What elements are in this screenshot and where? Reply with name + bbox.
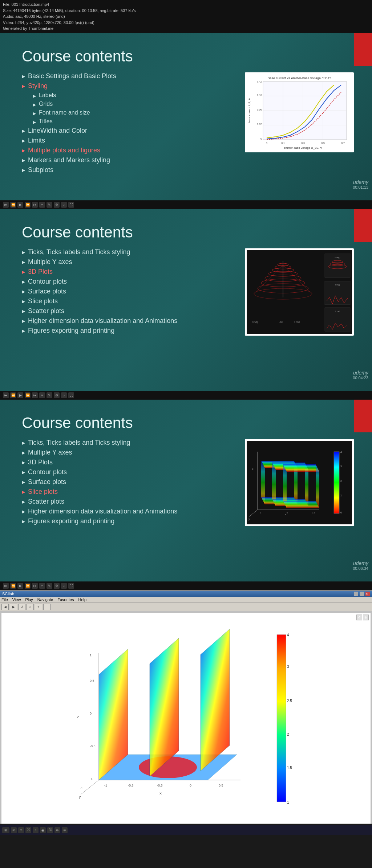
list-item-highlight: ▶ 3D Plots	[22, 268, 238, 276]
svg-text:0.02: 0.02	[257, 123, 262, 125]
udemy-badge-3: udemy 00:06:34	[353, 560, 368, 571]
file-info-bar: File: 001 Introduction.mp4 Size: 4419041…	[0, 0, 372, 33]
file-info-line2: Size: 44190416 bytes (42.14 MiB), durati…	[3, 8, 369, 14]
taskbar-btn-4[interactable]: ☆	[33, 827, 39, 833]
taskbar-btn-1[interactable]: ②	[11, 827, 17, 833]
list-item: ▶ Scatter plots	[22, 307, 238, 315]
arrow-icon: ▶	[22, 299, 25, 304]
pause-button[interactable]: ▶	[17, 583, 23, 589]
item-label: 3D Plots	[28, 459, 53, 466]
maximize-button[interactable]: □	[360, 592, 364, 596]
controls-bar-2[interactable]: ⏮ ⏪ ▶ ⏩ ⏭ ✂ ✎ ⚙ ♪ ⛶	[0, 391, 372, 400]
sub-list-styling: ▶ Labels ▶ Grids ▶ Font name and size ▶ …	[22, 92, 238, 125]
slide-3-list: ▶ Ticks, Ticks labels and Ticks styling …	[18, 439, 238, 527]
svg-text:0: 0	[190, 784, 191, 787]
list-item: ▶ Multiple Y axes	[22, 449, 238, 456]
file-info-line1: File: 001 Introduction.mp4	[3, 1, 369, 8]
end-button[interactable]: ⏭	[32, 583, 38, 589]
toolbar-forward[interactable]: ▶	[10, 604, 17, 610]
plot-toolbar[interactable]: ↺ ⊕	[356, 615, 369, 620]
end-button[interactable]: ⏭	[32, 392, 38, 398]
rewind-button[interactable]: ⏪	[10, 583, 16, 589]
slide-3-content: ▶ Ticks, Ticks labels and Ticks styling …	[18, 439, 354, 527]
taskbar-btn-2[interactable]: ⊙	[18, 827, 24, 833]
toolbar-back[interactable]: ◀	[1, 604, 9, 610]
edit-button[interactable]: ✎	[46, 392, 52, 398]
toolbar-zoom-out[interactable]: -	[43, 604, 50, 610]
taskbar[interactable]: ⊞ ② ⊙ Ⓡ ☆ ◉ ⓪ ⊕ ⊗	[0, 825, 372, 835]
list-item-highlight: ▶ Slice plots	[22, 488, 238, 496]
slide-1-list: ▶ Basic Settings and Basic Plots ▶ Styli…	[18, 72, 238, 176]
arrow-icon: ▶	[22, 489, 25, 495]
start-button[interactable]: ⊞	[2, 827, 9, 833]
menu-navigate[interactable]: Navigate	[37, 597, 53, 602]
minimize-button[interactable]: _	[354, 592, 358, 596]
svg-text:t, rad: t, rad	[335, 310, 340, 312]
controls-bar-3[interactable]: ⏮ ⏪ ▶ ⏩ ⏭ ✂ ✎ ⚙ ♪ ⛶	[0, 581, 372, 590]
svg-text:0: 0	[260, 137, 262, 140]
settings-button[interactable]: ⚙	[54, 392, 60, 398]
menu-help[interactable]: Help	[78, 597, 86, 602]
volume-button[interactable]: ♪	[61, 583, 67, 589]
forward-button[interactable]: ⏩	[25, 392, 31, 398]
edit-button[interactable]: ✎	[46, 202, 52, 208]
edit-button[interactable]: ✎	[46, 583, 52, 589]
fullscreen-button[interactable]: ⛶	[68, 392, 74, 398]
play-button[interactable]: ⏮	[3, 583, 9, 589]
pause-button[interactable]: ▶	[17, 202, 23, 208]
play-button[interactable]: ⏮	[3, 392, 9, 398]
rewind-button[interactable]: ⏪	[10, 202, 16, 208]
corner-decoration-3	[354, 400, 372, 432]
svg-text:base current I_B, A: base current I_B, A	[248, 98, 251, 123]
svg-text:2: 2	[287, 732, 289, 736]
end-button[interactable]: ⏭	[32, 202, 38, 208]
corner-decoration-1	[354, 33, 372, 66]
toolbar-home[interactable]: ⌂	[27, 604, 34, 610]
scilab-toolbar[interactable]: ◀ ▶ ↺ ⌂ + -	[0, 603, 372, 611]
play-button[interactable]: ⏮	[3, 202, 9, 208]
timecode-2: 00:04:23	[353, 376, 368, 380]
rotate-button[interactable]: ↺	[356, 615, 362, 620]
window-controls[interactable]: _ □ ×	[354, 592, 370, 596]
taskbar-btn-5[interactable]: ◉	[40, 827, 46, 833]
settings-button[interactable]: ⚙	[54, 202, 60, 208]
toolbar-zoom-in[interactable]: +	[35, 604, 42, 610]
list-item: ▶ Markers and Markers styling	[22, 156, 238, 164]
zoom-button[interactable]: ⊕	[363, 615, 369, 620]
rewind-button[interactable]: ⏪	[10, 392, 16, 398]
udemy-badge-2: udemy 00:04:23	[353, 370, 368, 380]
taskbar-btn-7[interactable]: ⊕	[54, 827, 60, 833]
arrow-icon: ▶	[22, 260, 25, 265]
fullscreen-button[interactable]: ⛶	[68, 202, 74, 208]
volume-button[interactable]: ♪	[61, 392, 67, 398]
svg-text:2.5: 2.5	[287, 699, 292, 703]
arrow-icon: ▶	[22, 74, 25, 79]
arrow-icon: ▶	[22, 84, 25, 89]
cut-button[interactable]: ✂	[39, 583, 45, 589]
item-label: Markers and Markers styling	[28, 156, 110, 164]
fullscreen-button[interactable]: ⛶	[68, 583, 74, 589]
svg-text:4: 4	[287, 633, 289, 637]
taskbar-btn-6[interactable]: ⓪	[47, 827, 53, 833]
pause-button[interactable]: ▶	[17, 392, 23, 398]
menu-play[interactable]: Play	[25, 597, 33, 602]
settings-button[interactable]: ⚙	[54, 583, 60, 589]
controls-bar-1[interactable]: ⏮ ⏪ ▶ ⏩ ⏭ ✂ ✎ ⚙ ♪ ⛶	[0, 200, 372, 209]
menu-view[interactable]: View	[12, 597, 21, 602]
taskbar-btn-3[interactable]: Ⓡ	[25, 827, 31, 833]
forward-button[interactable]: ⏩	[25, 583, 31, 589]
scilab-menubar[interactable]: File View Play Navigate Favorites Help	[0, 597, 372, 603]
arrow-icon: ▶	[22, 158, 25, 163]
timecode-1: 00:01:13	[353, 185, 368, 189]
menu-file[interactable]: File	[1, 597, 8, 602]
item-label: Higher dimension data visualization and …	[28, 317, 177, 325]
menu-favorites[interactable]: Favorites	[57, 597, 74, 602]
cut-button[interactable]: ✂	[39, 202, 45, 208]
taskbar-btn-8[interactable]: ⊗	[62, 827, 68, 833]
cut-button[interactable]: ✂	[39, 392, 45, 398]
forward-button[interactable]: ⏩	[25, 202, 31, 208]
file-info-line5: Generated by Thumbnail.me	[3, 25, 369, 32]
volume-button[interactable]: ♪	[61, 202, 67, 208]
toolbar-refresh[interactable]: ↺	[18, 604, 25, 610]
close-button[interactable]: ×	[365, 592, 370, 596]
